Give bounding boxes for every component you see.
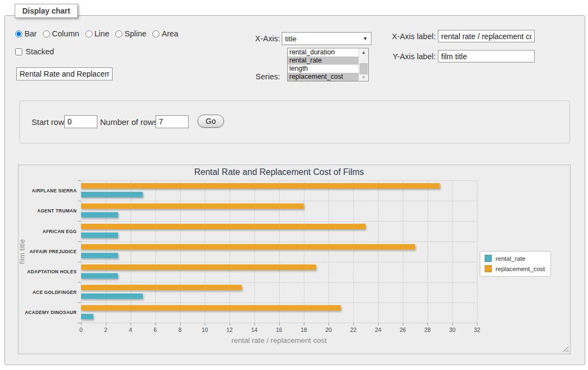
chart-type-option-line[interactable]: Line (85, 29, 109, 38)
chart-type-option-column[interactable]: Column (43, 29, 79, 38)
x-axis-label-input[interactable] (438, 30, 535, 42)
stacked-option[interactable]: Stacked (15, 47, 54, 56)
chart-type-label: Line (95, 29, 109, 38)
x-axis-select[interactable]: title ▼ (282, 32, 372, 45)
scroll-down-icon[interactable]: ▼ (359, 73, 368, 81)
scroll-up-icon[interactable]: ▲ (359, 48, 368, 56)
bar-rental_rate[interactable] (81, 212, 118, 217)
svg-text:26: 26 (400, 327, 406, 333)
stacked-checkbox[interactable] (15, 48, 22, 55)
svg-text:32: 32 (474, 327, 480, 333)
number-of-rows-label: Number of rows: (100, 117, 160, 127)
series-option-rental_duration[interactable]: rental_duration (288, 48, 359, 57)
bar-replacement_cost[interactable] (81, 244, 415, 249)
chart-title-input[interactable] (16, 67, 113, 80)
svg-text:6: 6 (154, 327, 157, 333)
legend-swatch-icon (485, 265, 492, 272)
legend-label: rental_rate (496, 255, 525, 262)
chart-type-radio-area[interactable] (152, 30, 159, 37)
svg-text:ADAPTATION HOLES: ADAPTATION HOLES (27, 269, 77, 274)
page: Display chart BarColumnLineSplineArea St… (0, 0, 588, 370)
chart-title: Rental Rate and Replacement Cost of Film… (194, 167, 364, 177)
stacked-label: Stacked (26, 47, 54, 56)
series-scrollbar[interactable]: ▲ ▼ (358, 48, 368, 81)
chart-type-group: BarColumnLineSplineArea (15, 29, 184, 38)
panel-title: Display chart (15, 4, 78, 18)
bar-replacement_cost[interactable] (81, 224, 366, 229)
bar-replacement_cost[interactable] (81, 285, 242, 290)
series-label: Series: (228, 72, 280, 81)
chart-type-label: Area (162, 29, 178, 38)
svg-text:AFFAIR PREJUDICE: AFFAIR PREJUDICE (29, 249, 77, 254)
svg-text:16: 16 (276, 327, 282, 333)
row-range-panel: Start row: Number of rows: Go (20, 101, 570, 143)
bar-replacement_cost[interactable] (81, 265, 316, 270)
chart-type-option-spline[interactable]: Spline (115, 29, 146, 38)
svg-text:30: 30 (449, 327, 456, 333)
series-listbox[interactable]: rental_durationrental_ratelengthreplacem… (287, 48, 369, 81)
bar-replacement_cost[interactable] (81, 183, 440, 189)
bar-rental_rate[interactable] (81, 253, 118, 258)
bar-rental_rate[interactable] (81, 233, 118, 238)
category-labels: AIRPLANE SIERRAAGENT TRUMANAFRICAN EGGAF… (25, 188, 77, 316)
svg-text:12: 12 (226, 327, 233, 333)
svg-text:ACE GOLDFINGER: ACE GOLDFINGER (33, 290, 77, 295)
y-axis-label-input[interactable] (438, 50, 535, 62)
scrollbar-thumb[interactable] (360, 63, 368, 74)
svg-text:AIRPLANE SIERRA: AIRPLANE SIERRA (32, 188, 77, 193)
y-axis-label-label: Y-Axis label: (383, 52, 436, 61)
x-tick-labels: 02468101214161820222426283032 (79, 327, 480, 333)
gridlines (81, 180, 478, 323)
bar-rental_rate[interactable] (81, 314, 94, 319)
go-button[interactable]: Go (197, 115, 224, 128)
x-axis-select-label: X-Axis: (228, 34, 280, 43)
chart-type-option-bar[interactable]: Bar (15, 29, 37, 38)
svg-text:ACADEMY DINOSAUR: ACADEMY DINOSAUR (25, 310, 77, 315)
svg-text:22: 22 (350, 327, 357, 333)
bar-replacement_cost[interactable] (81, 305, 341, 311)
series-option-rental_rate[interactable]: rental_rate (288, 57, 359, 65)
svg-text:0: 0 (79, 327, 83, 333)
chart-legend: rental_ratereplacement_cost (480, 251, 551, 277)
series-listbox-options: rental_durationrental_ratelengthreplacem… (288, 48, 359, 81)
chart-type-label: Spline (125, 29, 146, 38)
legend-label: replacement_cost (496, 266, 545, 272)
bar-rental_rate[interactable] (81, 273, 118, 279)
svg-text:28: 28 (424, 327, 431, 333)
svg-text:AFRICAN EGG: AFRICAN EGG (42, 229, 77, 234)
bars (81, 183, 440, 319)
svg-text:20: 20 (325, 327, 332, 333)
x-axis-title: rental rate / replacement cost (232, 336, 327, 344)
chart-type-label: Bar (24, 29, 37, 38)
chart-type-label: Column (52, 29, 79, 38)
series-option-length[interactable]: length (288, 65, 359, 73)
axis-ticks (78, 181, 478, 326)
svg-text:4: 4 (129, 327, 132, 333)
bar-rental_rate[interactable] (81, 192, 143, 197)
svg-text:AGENT TRUMAN: AGENT TRUMAN (37, 208, 77, 214)
chart-type-option-area[interactable]: Area (152, 29, 178, 38)
svg-text:8: 8 (178, 327, 182, 333)
svg-text:14: 14 (251, 327, 258, 333)
chart-type-radio-line[interactable] (85, 30, 92, 37)
legend-item-rental_rate[interactable]: rental_rate (485, 255, 545, 262)
number-of-rows-input[interactable] (156, 115, 189, 128)
x-axis-label-label: X-Axis label: (383, 32, 436, 41)
svg-text:24: 24 (375, 327, 381, 333)
legend-item-replacement_cost[interactable]: replacement_cost (485, 265, 545, 272)
x-axis-selected-value: title (285, 35, 296, 43)
start-row-input[interactable] (64, 115, 97, 128)
bar-rental_rate[interactable] (81, 293, 143, 299)
chevron-down-icon: ▼ (363, 36, 368, 41)
series-option-replacement_cost[interactable]: replacement_cost (288, 73, 359, 81)
svg-text:18: 18 (301, 327, 307, 333)
legend-swatch-icon (485, 255, 492, 262)
y-axis-title: film title (18, 239, 26, 264)
chart-type-radio-bar[interactable] (15, 30, 22, 37)
start-row-label: Start row: (32, 117, 66, 127)
bar-replacement_cost[interactable] (81, 203, 304, 209)
svg-text:10: 10 (202, 327, 208, 333)
chart-type-radio-spline[interactable] (115, 30, 122, 37)
chart-container: 02468101214161820222426283032AIRPLANE SI… (18, 165, 571, 354)
chart-type-radio-column[interactable] (43, 30, 50, 37)
